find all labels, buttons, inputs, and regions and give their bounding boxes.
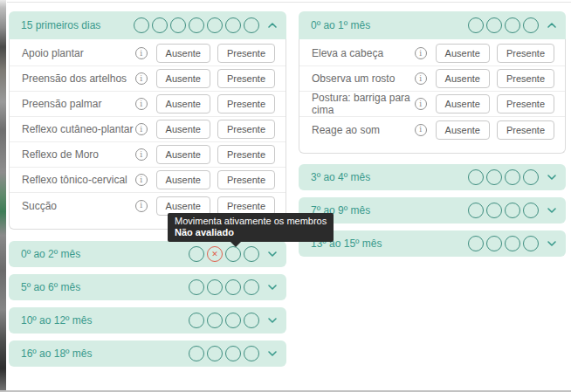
status-circle[interactable] [505, 236, 520, 251]
absent-button[interactable]: Ausente [156, 69, 210, 88]
age-panel-collapsed[interactable]: 16º ao 18º mês [9, 340, 286, 367]
milestone-controls: iAusentePresente [135, 44, 275, 63]
status-circle[interactable] [244, 279, 259, 295]
info-icon[interactable]: i [135, 200, 148, 212]
status-circle[interactable] [486, 17, 502, 33]
x-icon: ✕ [211, 250, 218, 258]
age-panel-title: 0º ao 2º mês [21, 248, 80, 260]
age-panel-title: 0º ao 1º mês [311, 19, 370, 31]
age-panel-header[interactable]: 0º ao 1º mês [299, 11, 566, 39]
absent-button[interactable]: Ausente [156, 44, 210, 63]
info-icon[interactable]: i [135, 174, 148, 186]
status-circle[interactable] [225, 17, 241, 33]
age-panel-collapsed[interactable]: 0º ao 2º mês✕ [9, 241, 286, 267]
age-panel-collapsed[interactable]: 7º ao 9º mês [299, 197, 566, 224]
status-circle[interactable] [189, 279, 204, 295]
present-button[interactable]: Presente [497, 94, 554, 113]
status-circle[interactable] [505, 169, 520, 185]
present-button[interactable]: Presente [497, 69, 554, 88]
age-panel-collapsed[interactable]: 10º ao 12º mês [9, 307, 286, 334]
info-icon[interactable]: i [135, 98, 148, 110]
status-circle[interactable] [486, 169, 502, 185]
present-button[interactable]: Presente [217, 44, 275, 63]
status-circle[interactable] [189, 17, 204, 33]
absent-button[interactable]: Ausente [436, 69, 490, 88]
collapsed-panels: 3º ao 4º mês7º ao 9º mês13º ao 15º mês [299, 164, 566, 257]
present-button[interactable]: Presente [217, 170, 275, 189]
status-circle[interactable] [134, 17, 149, 33]
present-button[interactable]: Presente [217, 94, 275, 113]
tooltip-milestone-name: Movimenta ativamente os membros [175, 216, 327, 227]
status-circle[interactable] [505, 203, 520, 218]
present-button[interactable]: Presente [497, 120, 554, 140]
info-icon[interactable]: i [135, 123, 148, 135]
age-panel-header[interactable]: 15 primeiros dias [9, 11, 286, 39]
info-icon[interactable]: i [415, 98, 427, 110]
status-circle[interactable] [207, 346, 223, 361]
status-circle[interactable] [244, 346, 259, 361]
milestone-controls: iAusentePresente [415, 94, 554, 113]
info-icon[interactable]: i [135, 47, 148, 59]
status-circle[interactable] [225, 313, 241, 328]
age-panel-expanded: 15 primeiros diasApoio plantariAusentePr… [9, 11, 286, 230]
status-circle[interactable] [189, 246, 204, 262]
status-circle[interactable] [170, 17, 186, 33]
info-icon[interactable]: i [415, 72, 427, 85]
chevron-down-icon [267, 250, 278, 258]
status-circle[interactable] [189, 346, 204, 361]
status-circle[interactable] [189, 313, 204, 328]
status-circle[interactable] [486, 236, 502, 251]
status-circle[interactable] [225, 279, 241, 295]
absent-button[interactable]: Ausente [156, 170, 210, 189]
status-circle[interactable] [207, 17, 223, 33]
status-circle[interactable] [244, 246, 259, 262]
status-circle[interactable] [244, 313, 259, 328]
status-circle[interactable] [225, 346, 241, 361]
status-circle[interactable] [468, 236, 484, 251]
absent-button[interactable]: Ausente [156, 145, 210, 164]
status-circle-not-evaluated[interactable]: ✕ [207, 246, 223, 262]
right-column: 0º ao 1º mêsEleva a cabeçaiAusentePresen… [299, 11, 566, 257]
age-panel-collapsed[interactable]: 5º ao 6º mês [9, 274, 286, 300]
absent-button[interactable]: Ausente [436, 94, 490, 113]
status-circle[interactable] [225, 246, 241, 262]
status-circle[interactable] [152, 17, 168, 33]
absent-button[interactable]: Ausente [436, 44, 490, 63]
milestone-tooltip: Movimenta ativamente os membros Não aval… [168, 213, 334, 242]
chevron-down-icon [267, 349, 278, 358]
status-circle[interactable] [468, 169, 484, 185]
status-circles [189, 313, 278, 328]
status-circles [189, 279, 278, 295]
status-circle[interactable] [468, 17, 484, 33]
status-circle[interactable] [523, 203, 539, 218]
milestone-row: Reflexo de MoroiAusentePresente [10, 142, 286, 168]
absent-button[interactable]: Ausente [156, 94, 210, 113]
present-button[interactable]: Presente [497, 44, 554, 63]
info-icon[interactable]: i [135, 72, 148, 85]
status-circle[interactable] [523, 17, 539, 33]
age-panel-collapsed[interactable]: 13º ao 15º mês [299, 230, 566, 257]
milestone-controls: iAusentePresente [415, 69, 554, 88]
present-button[interactable]: Presente [217, 120, 275, 139]
info-icon[interactable]: i [135, 148, 148, 161]
status-circle[interactable] [207, 313, 223, 328]
status-circle[interactable] [486, 203, 502, 218]
status-circle[interactable] [207, 279, 223, 295]
absent-button[interactable]: Ausente [156, 120, 210, 139]
status-circle[interactable] [523, 169, 539, 185]
collapsed-panels: 0º ao 2º mês✕5º ao 6º mês10º ao 12º mês1… [9, 241, 286, 367]
status-circle[interactable] [523, 236, 539, 251]
status-circle[interactable] [244, 17, 259, 33]
milestone-label: Reflexo de Moro [22, 148, 99, 161]
age-panel-title: 16º ao 18º mês [21, 347, 92, 360]
status-circle[interactable] [505, 17, 520, 33]
status-circle[interactable] [468, 203, 484, 218]
absent-button[interactable]: Ausente [436, 120, 490, 140]
milestone-row: Postura: barriga para cimaiAusentePresen… [299, 92, 565, 117]
age-panel-title: 3º ao 4º mês [311, 171, 370, 183]
info-icon[interactable]: i [415, 124, 427, 136]
info-icon[interactable]: i [415, 47, 427, 59]
age-panel-collapsed[interactable]: 3º ao 4º mês [299, 164, 566, 190]
present-button[interactable]: Presente [217, 145, 275, 164]
present-button[interactable]: Presente [217, 69, 275, 88]
